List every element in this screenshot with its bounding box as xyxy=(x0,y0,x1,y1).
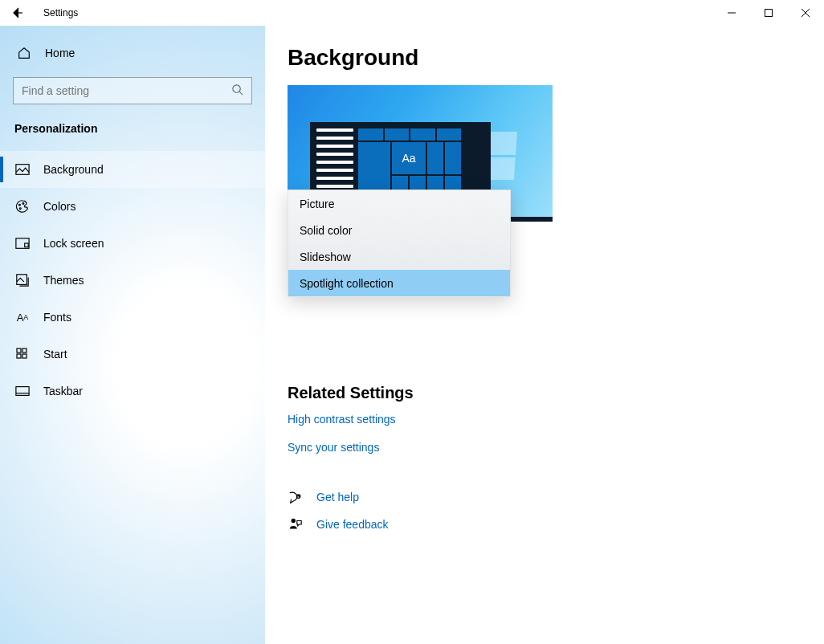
sidebar-section-title: Personalization xyxy=(0,112,265,146)
feedback-icon xyxy=(288,516,304,532)
themes-icon xyxy=(14,272,31,288)
help-label: Give feedback xyxy=(316,518,389,531)
sidebar-home[interactable]: Home xyxy=(0,35,265,71)
help-label: Get help xyxy=(316,491,359,503)
sidebar-item-colors[interactable]: Colors xyxy=(0,188,265,225)
option-label: Picture xyxy=(300,198,335,210)
dropdown-option-solid-color[interactable]: Solid color xyxy=(288,217,510,243)
picture-icon xyxy=(14,161,31,177)
back-button[interactable] xyxy=(0,0,34,26)
sidebar-item-label: Colors xyxy=(43,200,75,213)
sidebar-item-label: Start xyxy=(43,348,67,361)
svg-rect-7 xyxy=(25,243,29,247)
minimize-button[interactable] xyxy=(713,0,750,26)
palette-icon xyxy=(14,198,31,214)
sidebar-item-themes[interactable]: Themes xyxy=(0,262,265,299)
help-icon xyxy=(288,489,304,505)
svg-rect-0 xyxy=(765,10,773,17)
svg-point-5 xyxy=(22,203,24,205)
sidebar-item-background[interactable]: Background xyxy=(0,151,265,188)
titlebar: Settings xyxy=(0,0,824,26)
home-icon xyxy=(16,45,32,61)
dropdown-option-slideshow[interactable]: Slideshow xyxy=(288,243,510,270)
taskbar-icon xyxy=(14,383,31,399)
sidebar: Home Personalization Background xyxy=(0,26,265,644)
sidebar-item-lockscreen[interactable]: Lock screen xyxy=(0,225,265,262)
help-give-feedback[interactable]: Give feedback xyxy=(288,516,792,532)
svg-point-1 xyxy=(233,84,240,92)
link-high-contrast[interactable]: High contrast settings xyxy=(288,413,396,426)
svg-point-4 xyxy=(19,208,21,210)
main-content: Background Aa xyxy=(265,26,824,644)
sidebar-item-label: Fonts xyxy=(43,311,71,324)
svg-point-3 xyxy=(19,204,21,206)
svg-rect-12 xyxy=(22,354,27,358)
sample-text-tile: Aa xyxy=(392,142,426,174)
sidebar-home-label: Home xyxy=(45,47,75,59)
fonts-icon: AA xyxy=(14,309,31,325)
svg-rect-11 xyxy=(17,354,21,358)
lockscreen-icon xyxy=(14,235,31,251)
svg-rect-9 xyxy=(17,348,21,353)
maximize-button[interactable] xyxy=(750,0,787,26)
dropdown-option-spotlight[interactable]: Spotlight collection xyxy=(288,270,510,296)
start-icon xyxy=(14,346,31,362)
svg-rect-13 xyxy=(16,387,29,396)
svg-rect-10 xyxy=(22,348,27,353)
search-box[interactable] xyxy=(13,77,252,104)
dropdown-option-picture[interactable]: Picture xyxy=(288,190,510,217)
search-input[interactable] xyxy=(22,84,231,97)
search-icon xyxy=(231,84,243,99)
sidebar-item-taskbar[interactable]: Taskbar xyxy=(0,373,265,410)
sidebar-item-start[interactable]: Start xyxy=(0,336,265,373)
link-sync-settings[interactable]: Sync your settings xyxy=(288,441,379,454)
option-label: Slideshow xyxy=(300,251,351,263)
sidebar-item-label: Background xyxy=(43,163,104,176)
option-label: Solid color xyxy=(300,224,352,237)
window-title: Settings xyxy=(43,7,78,18)
sidebar-item-label: Lock screen xyxy=(43,237,104,250)
settings-window: Settings Home xyxy=(0,0,824,644)
close-button[interactable] xyxy=(787,0,824,26)
option-label: Spotlight collection xyxy=(300,277,394,290)
sidebar-item-label: Themes xyxy=(43,274,84,287)
help-get-help[interactable]: Get help xyxy=(288,489,792,505)
background-type-dropdown[interactable]: Picture Solid color Slideshow Spotlight … xyxy=(288,190,511,297)
sidebar-item-fonts[interactable]: AA Fonts xyxy=(0,299,265,336)
sidebar-item-label: Taskbar xyxy=(43,385,83,397)
svg-point-15 xyxy=(292,519,296,523)
related-settings-title: Related Settings xyxy=(288,384,792,402)
page-title: Background xyxy=(288,45,792,71)
